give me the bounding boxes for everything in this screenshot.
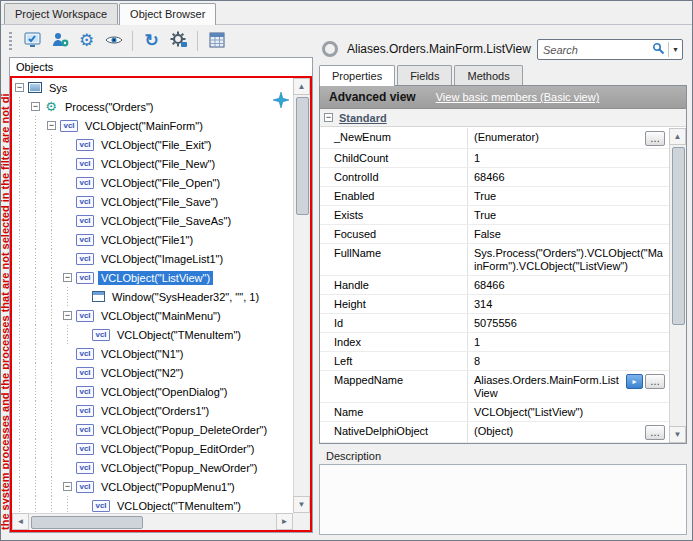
tree-indent-guide xyxy=(15,439,31,458)
property-row[interactable]: Height314 xyxy=(320,295,669,314)
collapse-toggle[interactable]: − xyxy=(47,121,56,130)
tree-item[interactable]: vclVCLObject("Orders1") xyxy=(12,401,293,420)
calculator-panel-icon xyxy=(207,30,227,53)
tree-item[interactable]: −⚙Process("Orders") xyxy=(12,97,293,116)
tree-item[interactable]: vclVCLObject("N1") xyxy=(12,344,293,363)
property-row[interactable]: NameVCLObject("ListView") xyxy=(320,403,669,422)
tree-item[interactable]: vclVCLObject("Popup_EditOrder") xyxy=(12,439,293,458)
standard-section-header[interactable]: − Standard xyxy=(320,109,686,127)
tab-properties[interactable]: Properties xyxy=(319,65,395,86)
tree-item[interactable]: vclVCLObject("File_Open") xyxy=(12,173,293,192)
ellipsis-button[interactable]: … xyxy=(645,374,665,389)
ellipsis-button[interactable]: … xyxy=(645,425,665,440)
collapse-toggle[interactable]: − xyxy=(15,83,24,92)
property-row[interactable]: EnabledTrue xyxy=(320,187,669,206)
tree-item[interactable]: vclVCLObject("Popup_DeleteOrder") xyxy=(12,420,293,439)
collapse-toggle[interactable]: − xyxy=(63,311,72,320)
scroll-up-arrow[interactable]: ▲ xyxy=(293,78,310,95)
object-badge-icon xyxy=(322,41,338,57)
scroll-right-arrow[interactable]: ► xyxy=(276,513,293,530)
tree-vertical-scrollbar: ▲ ▼ xyxy=(293,78,310,513)
property-value: 68466 xyxy=(474,171,665,184)
tab-project-workspace[interactable]: Project Workspace xyxy=(4,3,118,24)
property-row[interactable]: Left8 xyxy=(320,352,669,371)
property-row[interactable]: FullNameSys.Process("Orders").VCLObject(… xyxy=(320,244,669,276)
tree-indent-guide xyxy=(47,420,63,439)
tree-connector xyxy=(63,178,72,187)
tree-connector xyxy=(63,235,72,244)
tree-item[interactable]: vclVCLObject("N2") xyxy=(12,363,293,382)
tree-item[interactable]: vclVCLObject("TMenuItem") xyxy=(12,325,293,344)
map-object-button[interactable] xyxy=(46,29,73,54)
property-row[interactable]: Handle68466 xyxy=(320,276,669,295)
search-input[interactable] xyxy=(538,44,648,56)
property-row[interactable]: _NewEnum(Enumerator)… xyxy=(320,128,669,149)
basic-view-link[interactable]: View basic members (Basic view) xyxy=(436,91,600,103)
tree-item[interactable]: −vclVCLObject("MainForm") xyxy=(12,116,293,135)
tree-indent-guide xyxy=(31,211,47,230)
tree-indent-guide xyxy=(15,249,31,268)
scroll-thumb[interactable] xyxy=(672,147,685,325)
tree-indent-guide xyxy=(15,420,31,439)
tree-item[interactable]: −Sys xyxy=(12,78,293,97)
vcl-icon: vcl xyxy=(76,481,94,493)
property-row[interactable]: FocusedFalse xyxy=(320,225,669,244)
property-row[interactable]: NativeDelphiObject(Object)… xyxy=(320,422,669,443)
tree-item-label: VCLObject("Orders1") xyxy=(98,404,212,418)
search-button[interactable] xyxy=(648,40,668,59)
collapse-toggle[interactable]: − xyxy=(63,482,72,491)
property-row[interactable]: Id5075556 xyxy=(320,314,669,333)
tree-item[interactable]: vclVCLObject("OpenDialog") xyxy=(12,382,293,401)
property-row[interactable]: MappedNameAliases.Orders.MainForm.ListVi… xyxy=(320,371,669,403)
ellipsis-button[interactable]: … xyxy=(645,131,665,146)
scroll-up-arrow[interactable]: ▲ xyxy=(669,128,686,145)
panel-button[interactable] xyxy=(203,29,230,54)
scroll-down-arrow[interactable]: ▼ xyxy=(293,496,310,513)
tree-item[interactable]: −vclVCLObject("MainMenu") xyxy=(12,306,293,325)
tab-fields[interactable]: Fields xyxy=(397,65,452,85)
property-row[interactable]: ControlId68466 xyxy=(320,168,669,187)
scroll-thumb[interactable] xyxy=(31,516,143,529)
tree-item[interactable]: vclVCLObject("ImageList1") xyxy=(12,249,293,268)
tree-item[interactable]: vclVCLObject("File_SaveAs") xyxy=(12,211,293,230)
tree-item[interactable]: Window("SysHeader32", "", 1) xyxy=(12,287,293,306)
tools-button[interactable] xyxy=(165,29,192,54)
property-row[interactable]: ExistsTrue xyxy=(320,206,669,225)
property-name: ControlId xyxy=(320,168,468,186)
tree-item[interactable]: −vclVCLObject("ListView") xyxy=(12,268,293,287)
tree-item[interactable]: vclVCLObject("Popup_NewOrder") xyxy=(12,458,293,477)
tab-object-browser[interactable]: Object Browser xyxy=(119,3,216,25)
collapse-toggle[interactable]: − xyxy=(63,273,72,282)
tree-item[interactable]: vclVCLObject("TMenuItem") xyxy=(12,496,293,513)
tree-indent-guide xyxy=(31,363,47,382)
tree-item-label: VCLObject("Popup_NewOrder") xyxy=(98,461,260,475)
scroll-thumb[interactable] xyxy=(296,97,309,215)
scroll-down-arrow[interactable]: ▼ xyxy=(669,426,686,443)
property-row[interactable]: Index1 xyxy=(320,333,669,352)
tree-item-label: VCLObject("TMenuItem") xyxy=(114,328,244,342)
highlight-object-button[interactable] xyxy=(100,29,127,54)
property-value-cell: (Enumerator)… xyxy=(468,128,669,148)
tree-item[interactable]: vclVCLObject("File_Save") xyxy=(12,192,293,211)
tree-item[interactable]: vclVCLObject("File1") xyxy=(12,230,293,249)
collapse-toggle[interactable]: − xyxy=(324,113,333,122)
tree-item[interactable]: vclVCLObject("File_Exit") xyxy=(12,135,293,154)
checkpoint-button[interactable] xyxy=(19,29,46,54)
tree-item[interactable]: vclVCLObject("File_New") xyxy=(12,154,293,173)
settings-button[interactable]: ⚙ xyxy=(73,29,100,54)
tree-indent-guide xyxy=(31,230,47,249)
property-value-cell: Sys.Process("Orders").VCLObject("MainFor… xyxy=(468,244,669,275)
tab-methods[interactable]: Methods xyxy=(454,65,522,85)
tree-indent-guide xyxy=(47,496,63,513)
mapped-name-helper-button[interactable]: ▸ xyxy=(626,374,643,389)
property-row[interactable]: ChildCount1 xyxy=(320,149,669,168)
property-value: 1 xyxy=(474,152,665,165)
scroll-left-arrow[interactable]: ◄ xyxy=(12,513,29,530)
tree-indent-guide xyxy=(47,211,63,230)
refresh-button[interactable]: ↻ xyxy=(138,29,165,54)
properties-panel: Advanced view View basic members (Basic … xyxy=(319,85,687,444)
collapse-toggle[interactable]: − xyxy=(31,102,40,111)
tree-item-label: VCLObject("N2") xyxy=(98,366,186,380)
search-options-button[interactable]: ▼ xyxy=(669,40,682,59)
tree-item[interactable]: −vclVCLObject("PopupMenu1") xyxy=(12,477,293,496)
